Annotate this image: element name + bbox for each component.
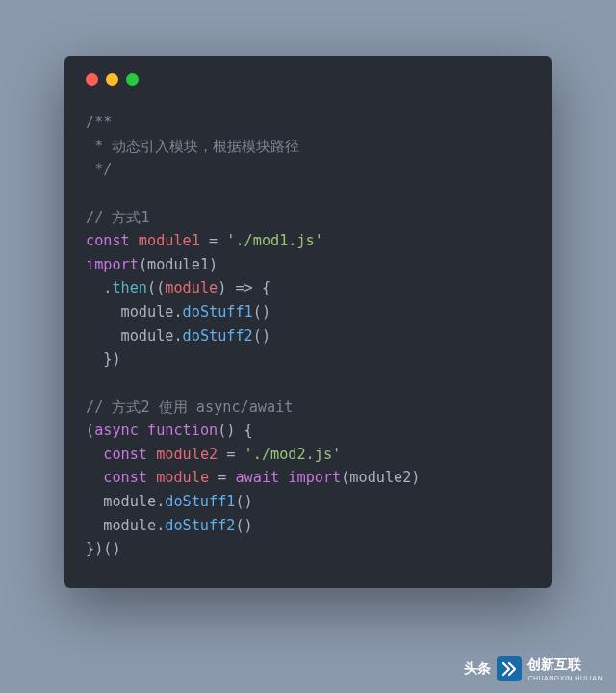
keyword: const [103, 446, 147, 463]
code-text: () { [218, 422, 253, 439]
operator: = [209, 232, 226, 249]
method: then [112, 279, 147, 296]
code-text: . [86, 279, 112, 296]
keyword: import [288, 469, 341, 486]
comment-line: // 方式1 [86, 209, 150, 226]
brand-subtitle: CHUANGXIN HULIAN [527, 675, 603, 681]
comment-line: // 方式2 使用 async/await [86, 398, 293, 416]
string-literal: './mod2.js' [244, 446, 342, 463]
operator: = [218, 469, 235, 486]
keyword: const [103, 469, 147, 486]
code-text: module. [86, 303, 183, 321]
identifier: module2 [147, 446, 226, 463]
function-call: doStuff1 [165, 493, 235, 510]
code-text: () [235, 517, 252, 534]
code-text: () [253, 303, 270, 321]
operator: = [226, 446, 244, 463]
keyword: await [235, 469, 279, 486]
comment-line: */ [86, 161, 112, 178]
keyword: function [147, 422, 218, 439]
code-text: }) [86, 350, 121, 368]
minimize-icon[interactable] [106, 73, 118, 86]
brand-logo-icon [497, 656, 522, 681]
close-icon[interactable] [86, 73, 98, 86]
keyword: const [86, 232, 130, 249]
identifier: module [165, 279, 218, 296]
window-titlebar [86, 73, 530, 86]
code-text: module. [86, 493, 165, 510]
comment-line: /** [86, 114, 112, 131]
function-call: doStuff2 [165, 517, 235, 534]
code-text: module. [86, 517, 165, 534]
code-text: module. [86, 327, 183, 345]
code-text [86, 469, 103, 486]
footer-prefix: 头条 [464, 660, 491, 678]
identifier: module1 [130, 232, 209, 249]
code-text: () [235, 493, 252, 510]
code-text: ( [86, 422, 94, 439]
code-text: (module2) [341, 469, 420, 486]
comment-line: * 动态引入模块，根据模块路径 [86, 138, 299, 155]
keyword: async [94, 422, 139, 439]
code-text: ) => { [218, 279, 270, 296]
code-text: })() [86, 540, 121, 557]
code-text: (( [147, 279, 165, 296]
keyword: import [86, 256, 139, 273]
footer-branding: 头条 创新互联 CHUANGXIN HULIAN [464, 656, 603, 681]
code-text [86, 446, 103, 463]
code-text: (module1) [139, 256, 218, 273]
function-call: doStuff2 [183, 327, 253, 345]
code-text [279, 469, 288, 486]
footer-brand-text: 创新互联 CHUANGXIN HULIAN [527, 656, 603, 681]
string-literal: './mod1.js' [226, 232, 323, 249]
code-block: /** * 动态引入模块，根据模块路径 */ // 方式1 const modu… [86, 111, 530, 561]
function-call: doStuff1 [183, 303, 253, 321]
code-window: /** * 动态引入模块，根据模块路径 */ // 方式1 const modu… [64, 56, 552, 588]
code-text: () [253, 327, 270, 345]
code-text [139, 422, 147, 439]
maximize-icon[interactable] [126, 73, 139, 86]
brand-name: 创新互联 [527, 656, 603, 674]
identifier: module [147, 469, 218, 486]
